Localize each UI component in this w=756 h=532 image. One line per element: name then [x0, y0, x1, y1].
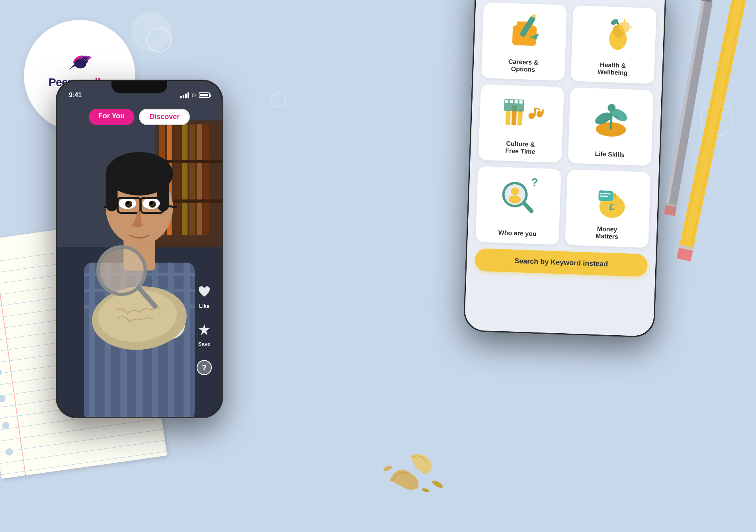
- svg-point-58: [150, 201, 153, 205]
- save-label: Save: [198, 341, 210, 347]
- svg-rect-30: [203, 124, 209, 235]
- svg-point-57: [126, 201, 129, 205]
- svg-point-18: [81, 57, 88, 64]
- svg-rect-89: [510, 100, 513, 103]
- battery-icon: [199, 92, 210, 98]
- phone1-screen: 9:41 ⊜ For You: [57, 81, 222, 417]
- svg-line-116: [600, 196, 608, 196]
- svg-rect-28: [189, 124, 195, 235]
- svg-point-20: [85, 59, 86, 60]
- health-card[interactable]: Health & Wellbeing: [571, 6, 657, 84]
- svg-point-95: [536, 111, 543, 117]
- wifi-icon: ⊜: [191, 92, 196, 98]
- search-keyword-button[interactable]: Search by Keyword instead: [475, 248, 648, 277]
- svg-point-56: [149, 201, 156, 208]
- status-time: 9:41: [69, 92, 82, 99]
- svg-line-115: [600, 194, 611, 194]
- whoareyou-icon-area: ?: [492, 171, 545, 220]
- like-label: Like: [199, 303, 209, 309]
- svg-marker-67: [199, 324, 210, 335]
- culture-label: Culture & Free Time: [505, 140, 536, 156]
- svg-rect-90: [514, 100, 518, 103]
- svg-point-136: [421, 488, 430, 493]
- signal-icon: [180, 92, 189, 98]
- help-icon: ?: [195, 358, 214, 377]
- svg-line-108: [524, 203, 532, 211]
- save-button[interactable]: Save: [195, 320, 214, 347]
- svg-text:?: ?: [202, 363, 207, 372]
- lifeskills-card[interactable]: Life Skills: [568, 87, 654, 166]
- lifeskills-icon-area: [584, 92, 638, 141]
- svg-rect-27: [182, 124, 188, 235]
- phone1-device: 9:41 ⊜ For You: [56, 80, 223, 418]
- svg-rect-86: [517, 110, 522, 125]
- svg-point-135: [383, 465, 393, 472]
- heart-icon: [195, 282, 214, 301]
- category-grid: Careers & Options: [475, 2, 656, 248]
- svg-point-92: [528, 113, 535, 119]
- star-icon: [195, 320, 214, 339]
- money-card[interactable]: £ Money Matters: [565, 169, 651, 248]
- money-label: Money Matters: [596, 225, 619, 241]
- phone2-screen: Careers & Options: [465, 0, 666, 336]
- like-button[interactable]: Like: [195, 282, 214, 309]
- culture-icon-area: [495, 89, 548, 138]
- svg-rect-88: [505, 100, 508, 103]
- svg-rect-26: [173, 124, 180, 235]
- careers-card[interactable]: Careers & Options: [481, 2, 567, 81]
- phone2-device: Careers & Options: [463, 0, 666, 338]
- svg-line-93: [535, 108, 535, 116]
- svg-line-98: [611, 111, 611, 129]
- svg-rect-91: [519, 100, 522, 104]
- logo-bird-icon: [64, 49, 96, 73]
- help-button[interactable]: ?: [195, 358, 214, 377]
- whoareyou-card[interactable]: ? Who are you: [475, 166, 561, 244]
- careers-label: Careers & Options: [508, 58, 539, 74]
- svg-point-134: [431, 479, 444, 489]
- tab-discover[interactable]: Discover: [139, 109, 190, 125]
- svg-point-65: [100, 249, 143, 292]
- careers-icon-area: [498, 7, 551, 56]
- money-icon-area: £: [582, 174, 635, 223]
- svg-rect-84: [505, 111, 510, 125]
- health-label: Health & Wellbeing: [598, 61, 628, 77]
- phone1-notch: [111, 81, 167, 93]
- feed-tabs: For You Discover: [57, 109, 222, 125]
- svg-text:£: £: [609, 202, 615, 212]
- status-icons: ⊜: [180, 92, 210, 98]
- culture-card[interactable]: Culture & Free Time: [478, 84, 564, 163]
- health-icon-area: [587, 10, 641, 59]
- svg-text:?: ?: [531, 176, 538, 189]
- svg-rect-29: [197, 124, 202, 235]
- svg-point-55: [125, 201, 132, 208]
- pencil-shavings: [378, 448, 449, 500]
- lifeskills-label: Life Skills: [595, 151, 625, 159]
- side-actions: Like Save ?: [195, 282, 214, 377]
- tab-foryou[interactable]: For You: [89, 109, 134, 125]
- whoareyou-label: Who are you: [498, 229, 537, 237]
